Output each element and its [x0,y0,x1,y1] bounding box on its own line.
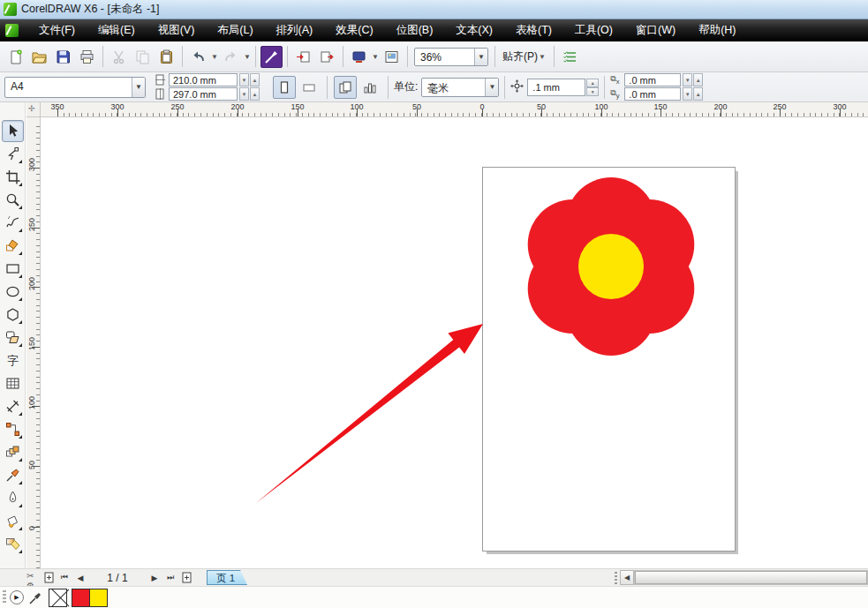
zoom-level-select[interactable]: 36%▼ [414,48,488,66]
paper-height-field[interactable]: 297.0 mm [169,87,238,101]
shape-tool[interactable] [2,143,24,165]
zoom-tool[interactable] [2,189,24,211]
menu-bar: 文件(F)编辑(E)视图(V)布局(L)排列(A)效果(C)位图(B)文本(X)… [0,19,868,41]
menu-item-2[interactable]: 视图(V) [147,19,207,41]
interactive-fill-tool[interactable] [2,533,24,555]
all-pages-button[interactable] [334,76,357,99]
export-button[interactable] [316,46,338,68]
open-button[interactable] [28,46,50,68]
palette-grip[interactable] [3,590,6,604]
nudge-up-icon[interactable]: ▲ [586,79,599,87]
drawing-canvas[interactable] [41,117,868,568]
snap-to-button[interactable]: 贴齐(P)▼ [502,46,547,68]
welcome-screen-button[interactable] [381,46,403,68]
rectangle-tool[interactable] [2,258,24,280]
toolbar-separator [287,46,288,67]
no-fill-swatch[interactable] [49,589,67,607]
crop-tool[interactable] [2,166,24,188]
units-select[interactable]: 毫米 ▼ [421,78,499,97]
fill-tool[interactable] [2,510,24,532]
dimension-tool[interactable] [2,395,24,417]
previous-page-button[interactable]: ◀ [72,570,88,585]
first-page-button[interactable]: ⏮ [57,570,72,585]
duplicate-y-down-icon[interactable]: ▼ [683,87,692,101]
search-content-button[interactable] [260,46,283,68]
horizontal-scrollbar[interactable] [634,570,868,585]
table-tool[interactable] [2,372,24,394]
print-button[interactable] [76,46,98,68]
nudge-offset-field[interactable]: .1 mm [527,79,585,96]
options-button[interactable] [559,46,581,68]
menu-item-8[interactable]: 表格(T) [504,19,563,41]
drawing-scale-icon[interactable]: ✂⚙ [26,571,41,585]
menu-item-1[interactable]: 编辑(E) [87,19,147,41]
paste-button[interactable] [155,46,177,68]
duplicate-y-field[interactable]: .0 mm [624,87,681,101]
eyedropper-tool[interactable] [2,464,24,486]
smart-fill-tool[interactable] [2,235,24,257]
nudge-down-icon[interactable]: ▼ [586,87,599,96]
ellipse-tool[interactable] [2,281,24,303]
menu-item-4[interactable]: 排列(A) [265,19,325,41]
palette-flyout-button[interactable]: ▶ [10,590,24,604]
add-page-start-button[interactable] [41,570,57,585]
flower-shape[interactable] [528,177,695,356]
menu-item-11[interactable]: 帮助(H) [687,19,747,41]
ruler-origin-icon[interactable] [26,102,41,117]
current-page-button[interactable] [359,76,381,99]
paper-height-down-icon[interactable]: ▼ [239,87,249,101]
paper-preset-dropdown-icon[interactable]: ▼ [132,78,145,97]
export-icon [320,49,335,64]
duplicate-x-down-icon[interactable]: ▼ [683,73,692,86]
paper-width-field[interactable]: 210.0 mm [169,73,238,86]
connector-tool[interactable] [2,418,24,440]
scrollbar-grip[interactable] [615,572,617,584]
horizontal-scrollbar-thumb[interactable] [635,571,867,584]
next-page-button[interactable]: ▶ [147,570,162,585]
red-swatch[interactable] [72,589,90,607]
blend-tool[interactable] [2,441,24,463]
last-page-button[interactable]: ⏭ [162,570,178,585]
menu-item-5[interactable]: 效果(C) [324,19,384,41]
add-page-end-button[interactable] [178,570,194,585]
page-tab[interactable]: 页 1 [207,570,247,585]
duplicate-x-up-icon[interactable]: ▲ [693,73,703,86]
app-launcher-dropdown-icon[interactable]: ▼ [371,46,380,68]
paper-height-up-icon[interactable]: ▲ [250,87,260,101]
duplicate-x-field[interactable]: .0 mm [624,73,681,86]
horizontal-ruler[interactable]: 35030025020015010050050100150200250300 [41,102,868,117]
save-button[interactable] [52,46,74,68]
menu-item-7[interactable]: 文本(X) [444,19,504,41]
snap-dropdown-icon[interactable]: ▼ [538,46,547,68]
scroll-left-button[interactable]: ◀ [620,570,634,585]
outline-pen-tool[interactable] [2,487,24,509]
yellow-swatch[interactable] [89,589,108,607]
text-tool[interactable]: 字 [2,349,24,372]
import-button[interactable] [292,46,314,68]
zoom-dropdown-icon[interactable]: ▼ [474,49,487,65]
pick-tool[interactable] [2,120,24,142]
menu-item-10[interactable]: 窗口(W) [624,19,687,41]
polygon-tool[interactable] [2,304,24,326]
paper-width-up-icon[interactable]: ▲ [250,73,260,86]
undo-button[interactable] [187,46,209,68]
portrait-button[interactable] [273,76,296,99]
duplicate-y-up-icon[interactable]: ▲ [693,87,703,101]
menu-item-0[interactable]: 文件(F) [27,19,87,41]
menu-item-9[interactable]: 工具(O) [563,19,624,41]
freehand-tool[interactable] [2,212,24,234]
new-document-button[interactable] [4,46,26,68]
paper-preset-select[interactable]: A4 ▼ [4,77,146,98]
menu-item-6[interactable]: 位图(B) [385,19,445,41]
vertical-ruler[interactable]: 300250200150100500 [26,117,41,568]
paper-width-down-icon[interactable]: ▼ [239,73,249,86]
menu-item-3[interactable]: 布局(L) [206,19,264,41]
app-launcher-button[interactable] [348,46,370,68]
units-dropdown-icon[interactable]: ▼ [485,79,498,96]
basic-shapes-tool[interactable] [2,327,24,349]
undo-dropdown-icon[interactable]: ▼ [210,46,219,68]
red-arrow-annotation[interactable] [256,324,483,503]
palette-eyedropper-icon[interactable] [27,589,43,605]
v-ruler-tick [32,527,40,528]
landscape-button[interactable] [298,76,321,99]
